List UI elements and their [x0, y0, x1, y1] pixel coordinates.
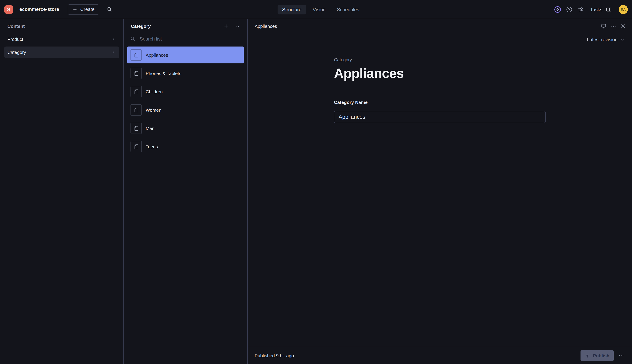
- list-pane-title: Category: [131, 24, 221, 29]
- chevron-right-icon: [111, 50, 116, 54]
- publish-button-label: Publish: [593, 353, 609, 358]
- ellipsis-icon: [610, 23, 616, 29]
- sidebar-item-category[interactable]: Category: [4, 46, 119, 58]
- plus-icon: [223, 23, 229, 29]
- tab-structure[interactable]: Structure: [277, 4, 306, 14]
- document-header-row: Appliances: [248, 19, 632, 33]
- document-icon: [131, 86, 142, 97]
- navbar-right: Tasks EA: [552, 0, 628, 19]
- publish-icon: [585, 353, 590, 358]
- revision-label: Latest revision: [587, 37, 617, 42]
- publish-status-text: Published 9 hr. ago: [255, 353, 580, 358]
- ellipsis-icon: [234, 23, 240, 29]
- revision-selector[interactable]: Latest revision: [587, 37, 625, 42]
- sidebar-item-label: Category: [8, 50, 26, 55]
- sidebar-item-label: Product: [8, 37, 23, 42]
- tab-vision[interactable]: Vision: [308, 4, 330, 14]
- list-item-teens[interactable]: Teens: [127, 138, 244, 155]
- document-pane-header: Appliances: [248, 19, 632, 46]
- create-button-label: Create: [80, 7, 95, 12]
- field-label-category-name: Category Name: [334, 100, 546, 105]
- comment-icon: [600, 23, 606, 29]
- workspace-title[interactable]: ecommerce-store: [20, 7, 59, 12]
- invite-members-button[interactable]: [576, 4, 586, 15]
- list-pane-header: Category: [124, 19, 247, 33]
- document-title: Appliances: [334, 66, 546, 81]
- tab-schedules[interactable]: Schedules: [333, 4, 364, 14]
- chevron-down-icon: [620, 37, 625, 42]
- document-type-label: Category: [334, 57, 546, 63]
- document-pane: Appliances: [248, 19, 632, 364]
- search-input[interactable]: [139, 36, 242, 42]
- side-panel-icon: [605, 6, 612, 13]
- tasks-label: Tasks: [590, 7, 602, 12]
- list-item-phones-tablets[interactable]: Phones & Tablets: [127, 65, 244, 82]
- search-icon: [106, 6, 112, 12]
- list-search-row: [124, 33, 247, 44]
- list-item-label: Teens: [146, 144, 158, 149]
- tasks-button[interactable]: Tasks: [587, 4, 615, 15]
- document-icon: [131, 141, 142, 152]
- list-pane-menu-button[interactable]: [232, 22, 241, 31]
- category-name-input[interactable]: [334, 111, 546, 123]
- help-icon: [566, 6, 573, 13]
- document-content: Category Appliances Category Name: [334, 57, 546, 123]
- sidebar-items: Product Category: [0, 34, 123, 58]
- publish-button[interactable]: Publish: [580, 350, 614, 361]
- search-icon: [130, 36, 135, 42]
- document-menu-button[interactable]: [609, 22, 618, 31]
- list-item-appliances[interactable]: Appliances: [127, 46, 244, 64]
- search-button[interactable]: [104, 4, 115, 14]
- list-item-men[interactable]: Men: [127, 120, 244, 137]
- help-button[interactable]: [564, 4, 575, 15]
- list-item-label: Phones & Tablets: [146, 71, 181, 76]
- document-form: Category Appliances Category Name: [248, 46, 632, 347]
- app-window: S ecommerce-store Create Structure Visio…: [0, 0, 632, 364]
- footer-menu-button[interactable]: [616, 351, 626, 360]
- document-footer: Published 9 hr. ago Publish: [248, 347, 632, 364]
- main-area: Content Product Category: [0, 19, 632, 364]
- close-pane-button[interactable]: [618, 22, 628, 31]
- category-list-pane: Category: [124, 19, 248, 364]
- revision-row: Latest revision: [248, 33, 632, 46]
- ellipsis-icon: [618, 352, 624, 358]
- list-item-children[interactable]: Children: [127, 83, 244, 100]
- content-sidebar: Content Product Category: [0, 19, 124, 364]
- user-avatar[interactable]: EA: [618, 5, 628, 14]
- close-icon: [620, 23, 626, 29]
- document-list: Appliances Phones & Tablets Children: [124, 44, 247, 156]
- sidebar-item-product[interactable]: Product: [4, 34, 119, 45]
- create-button[interactable]: Create: [68, 4, 99, 14]
- plus-icon: [72, 7, 77, 12]
- list-item-label: Women: [146, 107, 161, 112]
- document-icon: [131, 104, 142, 116]
- sidebar-header: Content: [0, 19, 123, 34]
- list-item-label: Children: [146, 89, 163, 94]
- workspace-logo[interactable]: S: [4, 5, 13, 14]
- top-navbar: S ecommerce-store Create Structure Visio…: [0, 0, 632, 19]
- avatar-initials: EA: [620, 8, 626, 12]
- list-item-women[interactable]: Women: [127, 102, 244, 118]
- navbar-left: S ecommerce-store Create: [4, 4, 115, 14]
- document-icon: [131, 49, 142, 60]
- new-document-button[interactable]: [221, 22, 231, 31]
- sidebar-title: Content: [7, 24, 25, 29]
- add-user-icon: [577, 6, 585, 13]
- list-item-label: Men: [146, 126, 155, 131]
- lightning-circle-icon: [554, 6, 562, 14]
- document-icon: [131, 68, 142, 79]
- ai-assist-button[interactable]: [552, 4, 563, 15]
- workspace-logo-letter: S: [7, 6, 11, 12]
- document-icon: [131, 123, 142, 134]
- list-item-label: Appliances: [146, 52, 168, 58]
- comments-button[interactable]: [599, 22, 608, 31]
- navbar-tools: Structure Vision Schedules: [277, 0, 364, 19]
- document-header-title: Appliances: [255, 24, 598, 29]
- chevron-right-icon: [111, 37, 116, 42]
